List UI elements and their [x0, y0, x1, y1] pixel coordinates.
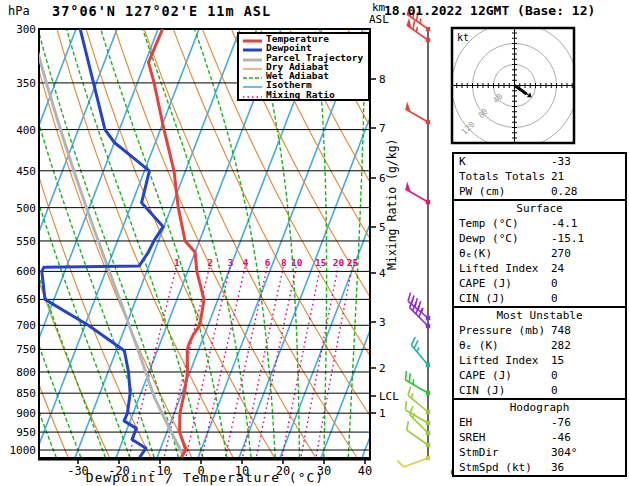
date-title: 18.01.2022 12GMT (Base: 12) [384, 3, 595, 18]
svg-text:4: 4 [243, 257, 249, 268]
svg-text:450: 450 [16, 165, 36, 178]
table-row-label: CIN (J) [459, 384, 505, 397]
table-row-label: Totals Totals [459, 170, 545, 183]
table-row-label: StmDir [459, 446, 499, 459]
table-row: EH-76 [454, 415, 625, 430]
table-row-value: 270 [551, 246, 571, 261]
table-row: CAPE (J)0 [454, 368, 625, 383]
table-row-label: Temp (°C) [459, 217, 519, 230]
pressure-tick-labels: 3003504004505005506006507007508008509009… [10, 23, 37, 457]
wind-barb [397, 456, 430, 467]
page-title: 37°06'N 127°02'E 11m ASL [52, 3, 271, 19]
stats-table: K-33Totals Totals21PW (cm)0.28 [452, 152, 627, 201]
table-row-label: CAPE (J) [459, 277, 512, 290]
table-row: θₑ (K)282 [454, 338, 625, 353]
hodograph-unit-label: kt [457, 32, 469, 43]
svg-text:15: 15 [315, 257, 327, 268]
svg-text:2: 2 [379, 362, 386, 375]
table-row-value: 21 [551, 169, 564, 184]
table-row: CAPE (J)0 [454, 276, 625, 291]
stats-table: SurfaceTemp (°C)-4.1Dewp (°C)-15.1θₑ(K)2… [452, 199, 627, 308]
indices-tables: K-33Totals Totals21PW (cm)0.28SurfaceTem… [452, 154, 627, 477]
svg-text:550: 550 [16, 235, 36, 248]
table-row-label: Pressure (mb) [459, 324, 545, 337]
legend-line-swatch [243, 94, 262, 100]
table-row-label: Dewp (°C) [459, 232, 519, 245]
table-row-label: StmSpd (kt) [459, 461, 532, 474]
svg-text:400: 400 [16, 124, 36, 137]
storm-motion-vector [515, 86, 529, 95]
legend-item-label: Mixing Ratio [266, 90, 335, 100]
svg-text:3: 3 [228, 257, 234, 268]
table-row: K-33 [454, 154, 625, 169]
table-row-label: CIN (J) [459, 292, 505, 305]
svg-text:650: 650 [16, 293, 36, 306]
table-row: StmDir304° [454, 445, 625, 460]
table-row-value: 304° [551, 445, 578, 460]
svg-text:25: 25 [347, 257, 359, 268]
stats-table: Most UnstablePressure (mb)748θₑ (K)282Li… [452, 306, 627, 400]
asl-axis-label: ASL [369, 13, 389, 26]
table-row-value: -4.1 [551, 216, 578, 231]
table-row-label: K [459, 155, 466, 168]
svg-text:750: 750 [16, 343, 36, 356]
svg-text:3: 3 [379, 316, 386, 329]
table-row: θₑ(K)270 [454, 246, 625, 261]
svg-text:8: 8 [379, 73, 386, 86]
table-row: StmSpd (kt)36 [454, 460, 625, 475]
x-axis-title: Dewpoint / Temperature (°C) [0, 470, 410, 485]
table-row-value: 0 [551, 383, 558, 398]
table-row: Totals Totals21 [454, 169, 625, 184]
table-row-value: 282 [551, 338, 571, 353]
table-row: Temp (°C)-4.1 [454, 216, 625, 231]
legend-item: Mixing Ratio [239, 90, 368, 99]
wind-barb [405, 102, 430, 125]
table-row-label: EH [459, 416, 472, 429]
skewt-sounding-page: 1234681015202530035040045050055060065070… [0, 0, 629, 486]
table-row: SREH-46 [454, 430, 625, 445]
svg-text:1000: 1000 [10, 444, 37, 457]
svg-text:2: 2 [207, 257, 213, 268]
svg-text:350: 350 [16, 77, 36, 90]
table-row-label: θₑ (K) [459, 339, 499, 352]
pressure-axis-unit: hPa [8, 4, 30, 18]
km-axis-ticks: 12345678 [370, 73, 386, 420]
table-row-value: -46 [551, 430, 571, 445]
lcl-label: LCL [379, 390, 399, 403]
table-row-value: 24 [551, 261, 564, 276]
svg-text:900: 900 [16, 407, 36, 420]
hodograph: 4080120kt [452, 23, 578, 149]
table-row: PW (cm)0.28 [454, 184, 625, 199]
wind-barb [411, 337, 430, 367]
table-row-label: θₑ(K) [459, 247, 492, 260]
table-row-value: 15 [551, 353, 564, 368]
svg-text:8: 8 [281, 257, 287, 268]
table-row-value: -76 [551, 415, 571, 430]
legend: TemperatureDewpointParcel TrajectoryDry … [237, 32, 370, 101]
svg-text:950: 950 [16, 426, 36, 439]
wind-barb [405, 182, 430, 205]
table-row-value: 748 [551, 323, 571, 338]
table-row-value: -15.1 [551, 231, 584, 246]
table-row: Lifted Index15 [454, 353, 625, 368]
table-row-value: 0.28 [551, 184, 578, 199]
table-row-label: Lifted Index [459, 262, 538, 275]
svg-text:1: 1 [379, 407, 386, 420]
table-title: Hodograph [454, 400, 625, 415]
svg-text:800: 800 [16, 366, 36, 379]
table-row: Lifted Index24 [454, 261, 625, 276]
table-row-label: Lifted Index [459, 354, 538, 367]
table-row-value: -33 [551, 154, 571, 169]
table-row: Pressure (mb)748 [454, 323, 625, 338]
wind-barb-column [397, 7, 430, 467]
svg-text:10: 10 [291, 257, 303, 268]
table-row: CIN (J)0 [454, 383, 625, 398]
svg-text:300: 300 [16, 23, 36, 36]
table-row: Dewp (°C)-15.1 [454, 231, 625, 246]
mixing-ratio-labels: 12346810152025 [174, 257, 358, 268]
table-row-value: 0 [551, 276, 558, 291]
table-row-value: 0 [551, 368, 558, 383]
svg-text:6: 6 [265, 257, 271, 268]
svg-text:850: 850 [16, 387, 36, 400]
svg-text:500: 500 [16, 202, 36, 215]
